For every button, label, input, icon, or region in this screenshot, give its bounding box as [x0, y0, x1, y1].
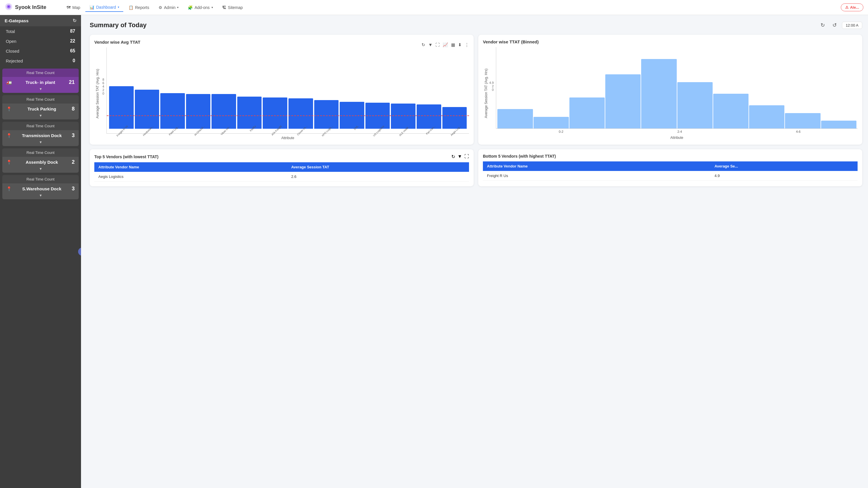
- rtc-location-icon: 📍: [6, 160, 12, 165]
- binned-bar: [785, 113, 820, 128]
- rtc-card-swarehouse-dock[interactable]: Real Time Count 📍 S.Warehouse Dock 3 ▾: [2, 175, 79, 199]
- rtc-card-truck-parking[interactable]: Real Time Count 📍 Truck Parking 8 ▾: [2, 95, 79, 120]
- bar-item[interactable]: Vikas car...: [212, 94, 236, 133]
- table-row: Freight R Us4.9: [483, 171, 858, 181]
- rtc-card-transmission-dock[interactable]: Real Time Count 📍 Transmission Dock 3 ▾: [2, 122, 79, 146]
- filter-icon[interactable]: ▼: [428, 42, 433, 47]
- chart-type-icon[interactable]: 📈: [443, 42, 448, 47]
- binned-bar: [605, 74, 641, 128]
- bar-fill: [391, 103, 415, 129]
- bottom5-vendors-title: Bottom 5 Vendors (with highest TTAT): [483, 154, 556, 159]
- rtc-card-label: Real Time Count: [2, 122, 79, 130]
- bar-fill: [314, 100, 339, 129]
- y-tick: 2: [102, 88, 104, 92]
- bar-item[interactable]: Clover ca...: [288, 98, 313, 133]
- rtc-card-truck-plant[interactable]: Real Time Count 🚛 Truck- in plant 21 ▾: [2, 69, 79, 93]
- sidebar-toggle-button[interactable]: ‹: [78, 248, 81, 256]
- y-axis-wrapper: Average Session TAT (Avg. Hrs) 86420: [94, 47, 106, 140]
- expand-chevron[interactable]: ▾: [2, 166, 79, 173]
- bar-fill: [263, 97, 287, 129]
- vendor-name: Freight R Us: [483, 171, 710, 181]
- y-tick: 0: [102, 92, 104, 95]
- y-tick: 0: [492, 88, 494, 91]
- bar-fill: [442, 107, 467, 129]
- page-header: Summary of Today ↻ ↺ 12:00 A: [90, 21, 862, 30]
- expand-icon[interactable]: ⛶: [464, 154, 469, 159]
- binned-bar: [497, 109, 533, 128]
- refresh-button[interactable]: ↻: [818, 21, 827, 30]
- nav-sitemap[interactable]: 🏗 Sitemap: [218, 3, 247, 11]
- rtc-card-count: 8: [72, 106, 75, 112]
- page-header-actions: ↻ ↺ 12:00 A: [818, 21, 862, 30]
- binned-bar: [533, 117, 569, 128]
- refresh-icon[interactable]: ↻: [452, 154, 455, 159]
- sidebar-header: E-Gatepass ↻: [0, 15, 81, 26]
- top5-vendors-header: Top 5 Vendors (with lowest TTAT) ↻ ▼ ⛶: [94, 154, 469, 159]
- bar-fill: [186, 94, 211, 129]
- y-ticks-binned: 4.920: [489, 81, 496, 106]
- map-icon: 🗺: [66, 5, 71, 10]
- alert-button[interactable]: ⚠ Ale...: [841, 3, 863, 11]
- rtc-card-name: Truck Parking: [28, 106, 56, 111]
- binned-bar: [749, 105, 784, 128]
- expand-chevron[interactable]: ▾: [2, 113, 79, 120]
- nav-addons[interactable]: 🧩 Add-ons ▾: [184, 3, 217, 11]
- expand-chevron[interactable]: ▾: [2, 193, 79, 199]
- chevron-down-icon: ▾: [212, 6, 213, 9]
- bar-item[interactable]: Al-Ghazal...: [186, 94, 211, 133]
- bar-item[interactable]: US Logistics: [365, 103, 390, 133]
- rtc-card-count: 3: [72, 132, 75, 138]
- binned-chart-container: Average Session TAT (Avg. Hrs) 4.920 0-2…: [483, 47, 858, 140]
- bar-fill: [212, 94, 236, 129]
- reports-icon: 📋: [128, 5, 133, 10]
- bar-fill: [288, 98, 313, 129]
- binned-bar: [569, 97, 605, 128]
- bar-fill: [365, 103, 390, 129]
- bottom5-vendors-table: Attribute Vendor Name Average Se... Frei…: [483, 161, 858, 181]
- stats-section: Total 87 Open 22 Closed 65 Rejected 0: [0, 26, 81, 66]
- more-icon[interactable]: ⋮: [465, 42, 469, 47]
- expand-icon[interactable]: ⛶: [435, 42, 440, 47]
- rtc-card-assembly-dock[interactable]: Real Time Count 📍 Assembly Dock 2 ▾: [2, 149, 79, 173]
- bar-item[interactable]: Aegis Log...: [442, 107, 467, 133]
- x-tick: 4-6: [796, 130, 801, 133]
- sidebar: E-Gatepass ↻ Total 87 Open 22 Closed 65 …: [0, 15, 81, 488]
- navbar: Syook InSite 🗺 Map 📊 Dashboard ▾ 📋 Repor…: [0, 0, 868, 15]
- nav-map[interactable]: 🗺 Map: [62, 3, 84, 11]
- top5-actions: ↻ ▼ ⛶: [452, 154, 469, 159]
- bar-item[interactable]: Hindustan...: [135, 90, 159, 133]
- bar-item[interactable]: FedEx: [237, 97, 262, 133]
- bar-item[interactable]: DHL: [340, 102, 364, 133]
- dashboard-icon: 📊: [89, 5, 94, 9]
- bar-item[interactable]: ATA Freight: [263, 97, 287, 133]
- download-icon[interactable]: ⬇: [458, 42, 462, 47]
- top5-vendors-card: Top 5 Vendors (with lowest TTAT) ↻ ▼ ⛶ A…: [90, 149, 474, 186]
- col-tat: Average Session TAT: [287, 162, 469, 172]
- nav-admin[interactable]: ⚙ Admin ▾: [155, 3, 183, 11]
- bar-item[interactable]: Freight R Us: [109, 86, 134, 133]
- sidebar-refresh-icon[interactable]: ↻: [73, 18, 76, 24]
- stat-rejected: Rejected 0: [0, 56, 81, 66]
- bar-item[interactable]: ALE middl...: [391, 103, 415, 133]
- bar-item[interactable]: Patel Log...: [160, 93, 185, 133]
- bar-item[interactable]: XPO Logis...: [314, 100, 339, 133]
- bar-chart-main: Freight R Us Hindustan... Patel Log... A…: [106, 47, 469, 140]
- refresh-chart-icon[interactable]: ↻: [422, 42, 425, 47]
- nav-reports[interactable]: 📋 Reports: [124, 3, 153, 11]
- time-badge: 12:00 A: [842, 22, 862, 29]
- undo-button[interactable]: ↺: [830, 21, 839, 30]
- svg-point-2: [8, 6, 9, 7]
- bar-item[interactable]: Pari tran...: [416, 104, 441, 133]
- nav-dashboard[interactable]: 📊 Dashboard ▾: [85, 3, 123, 12]
- chart-actions: ↻ ▼ ⛶ 📈 ▦ ⬇ ⋮: [419, 39, 469, 47]
- filter-icon[interactable]: ▼: [458, 154, 462, 159]
- col-tat: Average Se...: [710, 161, 858, 171]
- tables-grid: Top 5 Vendors (with lowest TTAT) ↻ ▼ ⛶ A…: [90, 149, 862, 186]
- rtc-card-label: Real Time Count: [2, 69, 79, 77]
- table-icon[interactable]: ▦: [451, 42, 455, 47]
- vendor-ttat-binned-card: Vendor wise TTAT (Binned) Average Sessio…: [478, 35, 862, 144]
- y-tick: 4.9: [489, 81, 494, 85]
- y-axis-label: Average Session TAT (Avg. Hrs): [94, 69, 101, 118]
- expand-chevron[interactable]: ▾: [2, 87, 79, 93]
- expand-chevron[interactable]: ▾: [2, 140, 79, 146]
